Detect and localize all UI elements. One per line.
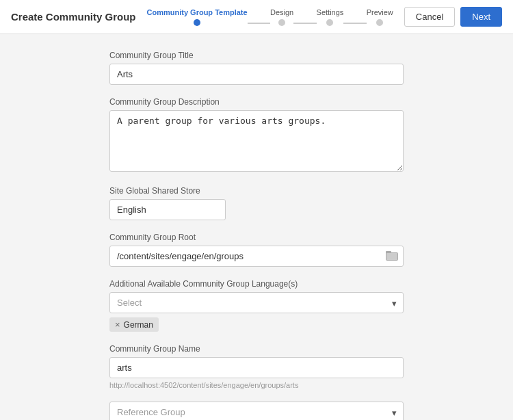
shared-store-input[interactable] [109,199,226,220]
step-1-label: Community Group Template [147,8,248,16]
cancel-button[interactable]: Cancel [404,7,455,27]
step-2: Design [270,8,293,26]
reference-group-group: Reference Group Arts [109,402,404,420]
step-3-dot [326,19,333,26]
header-buttons: Cancel Next [404,7,502,27]
name-group: Community Group Name http://localhost:45… [109,344,404,389]
step-4: Preview [367,8,393,26]
title-label: Community Group Title [109,51,404,60]
description-label: Community Group Description [109,97,404,107]
name-input[interactable] [109,357,404,378]
step-4-label: Preview [367,8,393,16]
description-group: Community Group Description A parent gro… [109,97,404,174]
languages-select-wrapper: Select German French Spanish [109,292,404,313]
root-group: Community Group Root [109,233,404,267]
tag-remove-icon[interactable]: × [115,319,120,330]
name-label: Community Group Name [109,344,404,354]
root-input-wrapper [109,246,404,267]
step-line-1 [248,23,270,24]
languages-label: Additional Available Community Group Lan… [109,279,404,289]
step-4-dot [376,19,383,26]
page-title: Create Community Group [11,11,136,23]
name-hint: http://localhost:4502/content/sites/enga… [109,381,404,389]
step-line-2 [293,23,316,24]
title-group: Community Group Title [109,51,404,85]
step-1: Community Group Template [147,8,248,26]
step-3-label: Settings [317,8,344,16]
step-2-dot [278,19,285,26]
title-input[interactable] [109,64,404,85]
description-input[interactable]: A parent group for various arts groups. [109,110,404,172]
folder-icon[interactable] [386,250,398,263]
root-input[interactable] [109,246,404,267]
step-3: Settings [317,8,344,26]
german-tag: × German [109,317,159,332]
reference-group-wrapper: Reference Group Arts [109,402,404,420]
next-button[interactable]: Next [460,7,502,27]
reference-group-select[interactable]: Reference Group Arts [109,402,404,420]
step-1-dot [194,19,200,26]
tag-label: German [124,320,153,330]
main-content: Community Group Title Community Group De… [0,34,513,420]
wizard-steps: Community Group Template Design Settings… [147,8,393,26]
languages-select[interactable]: Select German French Spanish [109,292,404,313]
svg-rect-2 [386,253,397,260]
header: Create Community Group Community Group T… [0,0,513,34]
languages-group: Additional Available Community Group Lan… [109,279,404,332]
shared-store-group: Site Global Shared Store [109,186,404,220]
shared-store-label: Site Global Shared Store [109,186,404,196]
step-line-3 [343,23,366,24]
root-label: Community Group Root [109,233,404,242]
step-2-label: Design [270,8,293,16]
